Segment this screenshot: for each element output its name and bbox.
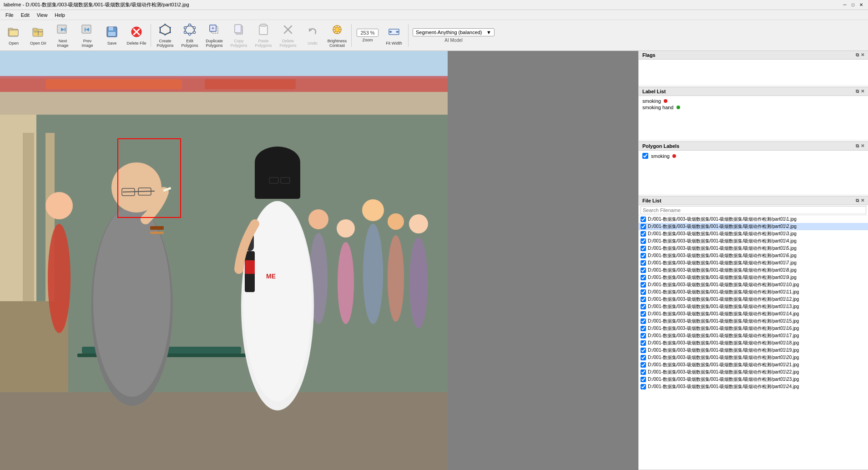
file-list-item[interactable]: D:/001-数据集/003-吸烟数据集/001-吸烟数据集/吸烟动作检测/pa… bbox=[639, 354, 868, 361]
file-checkbox[interactable] bbox=[641, 311, 646, 317]
polygon-labels-body: smoking bbox=[639, 151, 868, 194]
file-list-item[interactable]: D:/001-数据集/003-吸烟数据集/001-吸烟数据集/吸烟动作检测/pa… bbox=[639, 339, 868, 347]
open-dir-button[interactable]: Open Dir bbox=[26, 22, 50, 49]
flags-restore-icon[interactable]: ⧉ bbox=[856, 52, 859, 58]
file-list-close-icon[interactable]: ✕ bbox=[861, 198, 864, 203]
file-checkbox[interactable] bbox=[641, 260, 646, 266]
file-checkbox[interactable] bbox=[641, 355, 646, 360]
open-button[interactable]: Open bbox=[2, 22, 25, 49]
polygon-labels-close-icon[interactable]: ✕ bbox=[861, 143, 864, 149]
svg-rect-7 bbox=[65, 28, 66, 31]
file-list-item[interactable]: D:/001-数据集/003-吸烟数据集/001-吸烟数据集/吸烟动作检测/pa… bbox=[639, 252, 868, 259]
paste-polygons-button[interactable]: Paste Polygons bbox=[252, 22, 275, 49]
file-checkbox[interactable] bbox=[641, 297, 646, 302]
maximize-button[interactable]: □ bbox=[850, 2, 856, 8]
file-checkbox[interactable] bbox=[641, 224, 646, 229]
file-list-item[interactable]: D:/001-数据集/003-吸烟数据集/001-吸烟数据集/吸烟动作检测/pa… bbox=[639, 288, 868, 296]
svg-rect-83 bbox=[150, 232, 164, 234]
file-list-item[interactable]: D:/001-数据集/003-吸烟数据集/001-吸烟数据集/吸烟动作检测/pa… bbox=[639, 347, 868, 354]
menu-help[interactable]: Help bbox=[51, 11, 69, 19]
polygon-labels-restore-icon[interactable]: ⧉ bbox=[856, 143, 859, 149]
ai-model-label: AI Model bbox=[444, 38, 462, 43]
minimize-button[interactable]: ─ bbox=[842, 2, 848, 8]
file-list-item[interactable]: D:/001-数据集/003-吸烟数据集/001-吸烟数据集/吸烟动作检测/pa… bbox=[639, 259, 868, 267]
file-checkbox[interactable] bbox=[641, 231, 646, 237]
file-list-item[interactable]: D:/001-数据集/003-吸烟数据集/001-吸烟数据集/吸烟动作检测/pa… bbox=[639, 216, 868, 223]
file-checkbox[interactable] bbox=[641, 318, 646, 324]
polygon-label-checkbox-smoking[interactable] bbox=[642, 153, 648, 159]
file-checkbox[interactable] bbox=[641, 369, 646, 375]
file-list-item[interactable]: D:/001-数据集/003-吸烟数据集/001-吸烟数据集/吸烟动作检测/pa… bbox=[639, 274, 868, 281]
file-checkbox[interactable] bbox=[641, 304, 646, 309]
close-button[interactable]: ✕ bbox=[858, 2, 864, 8]
file-list-title: File List bbox=[642, 198, 661, 203]
brightness-contrast-button[interactable]: Brightness Contrast bbox=[325, 22, 349, 49]
label-list-close-icon[interactable]: ✕ bbox=[861, 89, 864, 94]
file-checkbox[interactable] bbox=[641, 268, 646, 273]
delete-polygons-button[interactable]: Delete Polygons bbox=[276, 22, 300, 49]
file-checkbox[interactable] bbox=[641, 340, 646, 346]
save-button[interactable]: Save bbox=[100, 22, 124, 49]
menu-file[interactable]: File bbox=[2, 11, 17, 19]
file-list-restore-icon[interactable]: ⧉ bbox=[856, 198, 859, 203]
svg-point-44 bbox=[335, 27, 339, 32]
file-list-item[interactable]: D:/001-数据集/003-吸烟数据集/001-吸烟数据集/吸烟动作检测/pa… bbox=[639, 230, 868, 238]
svg-rect-36 bbox=[235, 25, 241, 33]
file-checkbox[interactable] bbox=[641, 333, 646, 339]
file-list-item[interactable]: D:/001-数据集/003-吸烟数据集/001-吸烟数据集/吸烟动作检测/pa… bbox=[639, 296, 868, 303]
file-list-item[interactable]: D:/001-数据集/003-吸烟数据集/001-吸烟数据集/吸烟动作检测/pa… bbox=[639, 318, 868, 325]
file-checkbox[interactable] bbox=[641, 275, 646, 280]
file-list-item[interactable]: D:/001-数据集/003-吸烟数据集/001-吸烟数据集/吸烟动作检测/pa… bbox=[639, 383, 868, 390]
brightness-contrast-icon bbox=[331, 23, 343, 38]
file-checkbox[interactable] bbox=[641, 326, 646, 331]
canvas-area[interactable]: ME bbox=[0, 51, 638, 470]
menu-view[interactable]: View bbox=[33, 11, 51, 19]
file-list-item[interactable]: D:/001-数据集/003-吸烟数据集/001-吸烟数据集/吸烟动作检测/pa… bbox=[639, 281, 868, 288]
file-list-item[interactable]: D:/001-数据集/003-吸烟数据集/001-吸烟数据集/吸烟动作检测/pa… bbox=[639, 245, 868, 252]
file-list-item[interactable]: D:/001-数据集/003-吸烟数据集/001-吸烟数据集/吸烟动作检测/pa… bbox=[639, 361, 868, 369]
file-list-item[interactable]: D:/001-数据集/003-吸烟数据集/001-吸烟数据集/吸烟动作检测/pa… bbox=[639, 376, 868, 383]
file-checkbox[interactable] bbox=[641, 377, 646, 382]
file-checkbox[interactable] bbox=[641, 289, 646, 295]
edit-polygons-button[interactable]: Edit Polygons bbox=[178, 22, 202, 49]
prev-image-button[interactable]: Prev Image bbox=[76, 22, 99, 49]
file-list-item[interactable]: D:/001-数据集/003-吸烟数据集/001-吸烟数据集/吸烟动作检测/pa… bbox=[639, 369, 868, 376]
file-checkbox[interactable] bbox=[641, 282, 646, 288]
file-list-item[interactable]: D:/001-数据集/003-吸烟数据集/001-吸烟数据集/吸烟动作检测/pa… bbox=[639, 303, 868, 310]
create-polygons-button[interactable]: Create Polygons bbox=[153, 22, 177, 49]
polygon-label-item-smoking[interactable]: smoking bbox=[642, 152, 864, 159]
delete-file-button[interactable]: Delete File bbox=[125, 22, 148, 49]
file-checkbox[interactable] bbox=[641, 246, 646, 251]
file-list-item[interactable]: D:/001-数据集/003-吸烟数据集/001-吸烟数据集/吸烟动作检测/pa… bbox=[639, 325, 868, 332]
file-list-item[interactable]: D:/001-数据集/003-吸烟数据集/001-吸烟数据集/吸烟动作检测/pa… bbox=[639, 238, 868, 245]
flags-close-icon[interactable]: ✕ bbox=[861, 52, 864, 58]
next-image-label: Next Image bbox=[52, 39, 73, 48]
copy-polygons-button[interactable]: Copy Polygons bbox=[227, 22, 251, 49]
label-list-restore-icon[interactable]: ⧉ bbox=[856, 89, 859, 94]
undo-button[interactable]: Undo bbox=[301, 22, 324, 49]
duplicate-polygons-button[interactable]: Duplicate Polygons bbox=[202, 22, 226, 49]
file-name: D:/001-数据集/003-吸烟数据集/001-吸烟数据集/吸烟动作检测/pa… bbox=[648, 347, 799, 354]
file-name: D:/001-数据集/003-吸烟数据集/001-吸烟数据集/吸烟动作检测/pa… bbox=[648, 267, 797, 273]
flags-section: Flags ⧉ ✕ bbox=[639, 51, 868, 87]
file-list-item[interactable]: D:/001-数据集/003-吸烟数据集/001-吸烟数据集/吸烟动作检测/pa… bbox=[639, 310, 868, 318]
next-image-button[interactable]: Next Image bbox=[51, 22, 75, 49]
label-item-smoking-hand[interactable]: smoking hand bbox=[642, 104, 864, 111]
file-list-item[interactable]: D:/001-数据集/003-吸烟数据集/001-吸烟数据集/吸烟动作检测/pa… bbox=[639, 332, 868, 339]
file-list-item[interactable]: D:/001-数据集/003-吸烟数据集/001-吸烟数据集/吸烟动作检测/pa… bbox=[639, 223, 868, 230]
fit-width-button[interactable]: Fit Width bbox=[382, 22, 406, 49]
file-checkbox[interactable] bbox=[641, 253, 646, 258]
label-item-smoking[interactable]: smoking bbox=[642, 98, 864, 104]
svg-point-29 bbox=[184, 31, 187, 33]
file-checkbox[interactable] bbox=[641, 384, 646, 389]
ai-model-dropdown[interactable]: Segment-Anything (balanced) ▼ bbox=[413, 28, 495, 36]
file-checkbox[interactable] bbox=[641, 238, 646, 244]
file-list-item[interactable]: D:/001-数据集/003-吸烟数据集/001-吸烟数据集/吸烟动作检测/pa… bbox=[639, 267, 868, 274]
file-checkbox[interactable] bbox=[641, 362, 646, 368]
file-checkbox[interactable] bbox=[641, 217, 646, 222]
file-checkbox[interactable] bbox=[641, 348, 646, 353]
annotation-canvas[interactable]: ME bbox=[0, 51, 448, 470]
menu-edit[interactable]: Edit bbox=[17, 11, 33, 19]
search-filename-input[interactable] bbox=[641, 206, 866, 214]
polygon-labels-section: Polygon Labels ⧉ ✕ smoking bbox=[639, 142, 868, 197]
